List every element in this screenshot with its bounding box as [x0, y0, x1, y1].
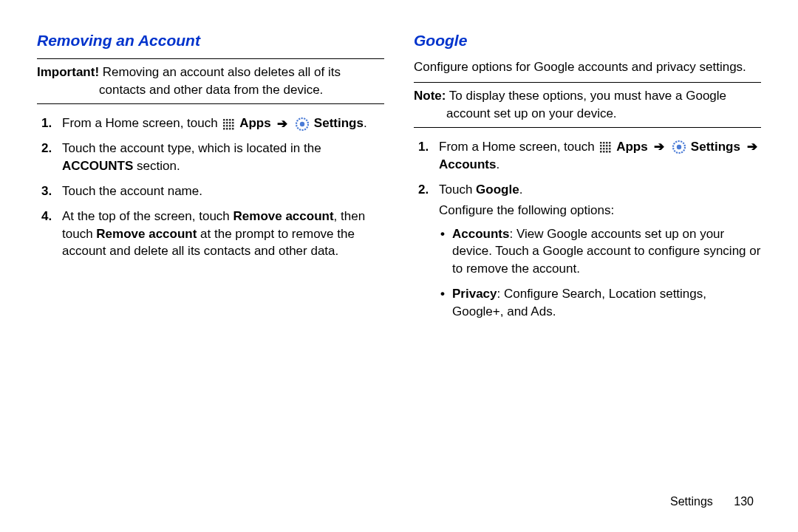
svg-rect-14: [229, 128, 231, 130]
heading-removing-account: Removing an Account: [37, 30, 384, 51]
nav-arrow-icon: ➔: [747, 138, 757, 156]
step4-d: Remove account: [96, 227, 197, 241]
rnav-accounts-label: Accounts: [439, 157, 496, 171]
apps-grid-icon: [222, 118, 234, 130]
svg-rect-2: [229, 119, 231, 121]
svg-point-35: [677, 145, 681, 149]
apps-grid-icon: [599, 141, 611, 153]
svg-rect-20: [606, 142, 608, 144]
right-step-1: From a Home screen, touch Apps ➔: [414, 138, 761, 174]
important-text: Important! Removing an account also dele…: [37, 64, 384, 99]
svg-rect-23: [603, 145, 605, 147]
left-column: Removing an Account Important! Removing …: [37, 30, 384, 328]
svg-rect-15: [232, 128, 234, 130]
bullet-privacy: Privacy: Configure Search, Location sett…: [439, 285, 761, 321]
svg-rect-4: [223, 122, 225, 124]
svg-rect-21: [609, 142, 611, 144]
step4-b: Remove account: [233, 209, 334, 223]
svg-rect-12: [223, 128, 225, 130]
settings-gear-icon: [296, 117, 309, 131]
svg-rect-1: [226, 119, 228, 121]
nav-apps-label: Apps: [239, 116, 271, 130]
svg-rect-7: [232, 122, 234, 124]
rstep2-a: Touch: [439, 183, 476, 197]
right-steps-list: From a Home screen, touch Apps ➔: [414, 138, 761, 321]
right-column: Google Configure options for Google acco…: [414, 30, 761, 328]
step2-c: section.: [133, 159, 180, 173]
svg-rect-6: [229, 122, 231, 124]
bullet2-a: Privacy: [452, 287, 497, 301]
bullet-accounts: Accounts: View Google accounts set up on…: [439, 225, 761, 278]
important-label: Important!: [37, 65, 99, 79]
footer-section: Settings: [670, 495, 713, 508]
note-body: To display these options, you must have …: [446, 89, 726, 120]
svg-rect-9: [226, 125, 228, 127]
settings-gear-icon: [672, 140, 686, 154]
rnav-apps-label: Apps: [616, 140, 648, 154]
rstep1-prefix: From a Home screen, touch: [439, 140, 598, 154]
svg-rect-0: [223, 119, 225, 121]
step3-text: Touch the account name.: [62, 184, 202, 198]
svg-rect-28: [606, 148, 608, 150]
svg-rect-25: [609, 145, 611, 147]
svg-rect-24: [606, 145, 608, 147]
important-notice: Important! Removing an account also dele…: [37, 58, 384, 104]
left-step-1: From a Home screen, touch Apps ➔: [37, 115, 384, 132]
svg-rect-31: [603, 151, 605, 153]
nav-arrow-icon: ➔: [654, 138, 664, 156]
svg-rect-29: [609, 148, 611, 150]
google-intro: Configure options for Google accounts an…: [414, 58, 761, 76]
svg-rect-5: [226, 122, 228, 124]
svg-rect-13: [226, 128, 228, 130]
configure-label: Configure the following options:: [439, 202, 761, 219]
bullet1-a: Accounts: [452, 227, 509, 241]
options-bullets: Accounts: View Google accounts set up on…: [439, 225, 761, 321]
rnav-settings-label: Settings: [691, 140, 740, 154]
svg-rect-3: [232, 119, 234, 121]
page-footer: Settings 130: [670, 494, 754, 510]
step4-a: At the top of the screen, touch: [62, 209, 233, 223]
svg-rect-11: [232, 125, 234, 127]
step2-b: ACCOUNTS: [62, 159, 133, 173]
svg-rect-19: [603, 142, 605, 144]
svg-rect-32: [606, 151, 608, 153]
footer-page-number: 130: [734, 495, 754, 508]
nav-settings-label: Settings: [314, 116, 364, 130]
step1-prefix: From a Home screen, touch: [62, 116, 221, 130]
right-step-2: Touch Google. Configure the following op…: [414, 181, 761, 321]
svg-rect-8: [223, 125, 225, 127]
left-steps-list: From a Home screen, touch Apps ➔: [37, 115, 384, 260]
note-text: Note: To display these options, you must…: [414, 87, 761, 123]
svg-rect-10: [229, 125, 231, 127]
left-step-2: Touch the account type, which is located…: [37, 140, 384, 175]
rstep2-c: .: [519, 183, 523, 197]
left-step-4: At the top of the screen, touch Remove a…: [37, 208, 384, 260]
important-body: Removing an account also deletes all of …: [99, 65, 341, 97]
heading-google: Google: [414, 30, 761, 51]
note-label: Note:: [414, 89, 446, 103]
rstep1-suffix: .: [496, 157, 499, 171]
step2-a: Touch the account type, which is located…: [62, 141, 321, 155]
svg-rect-33: [609, 151, 611, 153]
left-step-3: Touch the account name.: [37, 183, 384, 200]
step1-suffix: .: [364, 116, 367, 130]
svg-rect-18: [600, 142, 602, 144]
rstep2-b: Google: [476, 183, 519, 197]
two-column-layout: Removing an Account Important! Removing …: [37, 30, 761, 328]
svg-point-17: [300, 121, 304, 126]
svg-rect-30: [600, 151, 602, 153]
nav-arrow-icon: ➔: [277, 115, 287, 133]
svg-rect-26: [600, 148, 602, 150]
note-notice: Note: To display these options, you must…: [414, 82, 761, 128]
svg-rect-22: [600, 145, 602, 147]
svg-rect-27: [603, 148, 605, 150]
